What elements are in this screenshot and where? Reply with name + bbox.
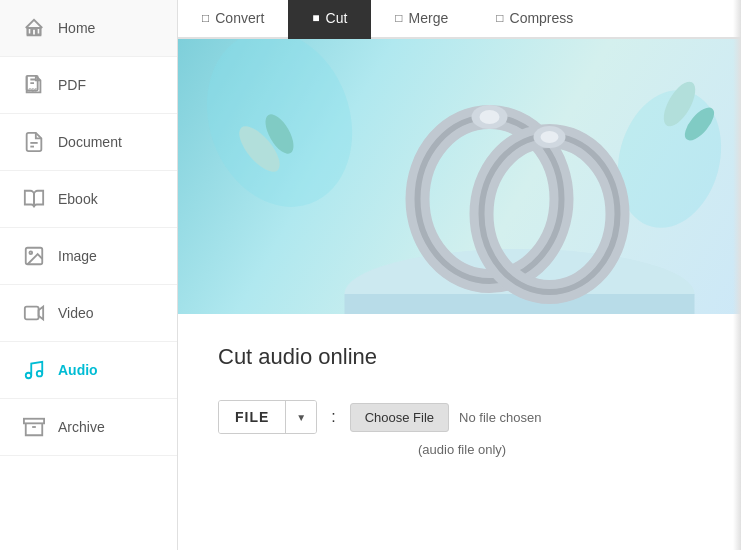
svg-point-7 — [29, 251, 32, 254]
sidebar-item-home-label: Home — [58, 20, 95, 36]
audio-icon — [20, 356, 48, 384]
sidebar-item-home[interactable]: Home — [0, 0, 177, 57]
main-content: □ Convert ■ Cut □ Merge □ Compress — [178, 0, 741, 550]
no-file-text: No file chosen — [459, 410, 541, 425]
file-row: FILE ▼ : Choose File No file chosen — [218, 400, 701, 434]
sidebar-item-document[interactable]: Document — [0, 114, 177, 171]
svg-point-22 — [480, 110, 500, 124]
sidebar-item-video-label: Video — [58, 305, 94, 321]
sidebar-item-archive-label: Archive — [58, 419, 105, 435]
cut-tab-icon: ■ — [312, 11, 319, 25]
sidebar-item-document-label: Document — [58, 134, 122, 150]
colon-separator: : — [331, 408, 335, 426]
home-icon — [20, 14, 48, 42]
convert-tab-icon: □ — [202, 11, 209, 25]
tabs-nav: □ Convert ■ Cut □ Merge □ Compress — [178, 0, 741, 39]
sidebar-item-audio[interactable]: Audio — [0, 342, 177, 399]
merge-tab-icon: □ — [395, 11, 402, 25]
banner-rings-svg — [178, 39, 741, 314]
sidebar-item-image[interactable]: Image — [0, 228, 177, 285]
tab-convert[interactable]: □ Convert — [178, 0, 288, 39]
chevron-down-icon: ▼ — [296, 412, 306, 423]
svg-point-11 — [37, 371, 43, 377]
compress-tab-icon: □ — [496, 11, 503, 25]
ebook-icon — [20, 185, 48, 213]
sidebar-item-pdf[interactable]: PDF PDF — [0, 57, 177, 114]
tab-merge[interactable]: □ Merge — [371, 0, 472, 39]
svg-rect-12 — [24, 419, 44, 424]
file-input-wrapper: Choose File No file chosen — [350, 403, 542, 432]
sidebar-item-archive[interactable]: Archive — [0, 399, 177, 456]
sidebar-item-video[interactable]: Video — [0, 285, 177, 342]
archive-icon — [20, 413, 48, 441]
file-type-selector[interactable]: FILE ▼ — [218, 400, 317, 434]
video-icon — [20, 299, 48, 327]
sidebar-item-ebook-label: Ebook — [58, 191, 98, 207]
document-icon — [20, 128, 48, 156]
page-title: Cut audio online — [218, 344, 701, 370]
audio-hint: (audio file only) — [418, 442, 701, 457]
content-area: Cut audio online FILE ▼ : Choose File No… — [178, 314, 741, 550]
banner — [178, 39, 741, 314]
file-type-dropdown-arrow[interactable]: ▼ — [285, 401, 316, 433]
tab-compress[interactable]: □ Compress — [472, 0, 597, 39]
svg-rect-8 — [25, 307, 39, 320]
sidebar-item-ebook[interactable]: Ebook — [0, 171, 177, 228]
image-icon — [20, 242, 48, 270]
svg-text:PDF: PDF — [29, 88, 38, 93]
file-type-label: FILE — [219, 401, 285, 433]
choose-file-button[interactable]: Choose File — [350, 403, 449, 432]
sidebar-item-audio-label: Audio — [58, 362, 98, 378]
sidebar-item-image-label: Image — [58, 248, 97, 264]
sidebar: Home PDF PDF Document — [0, 0, 178, 550]
tab-cut[interactable]: ■ Cut — [288, 0, 371, 39]
sidebar-item-pdf-label: PDF — [58, 77, 86, 93]
pdf-icon: PDF — [20, 71, 48, 99]
svg-point-26 — [541, 131, 559, 143]
svg-point-10 — [26, 373, 32, 379]
